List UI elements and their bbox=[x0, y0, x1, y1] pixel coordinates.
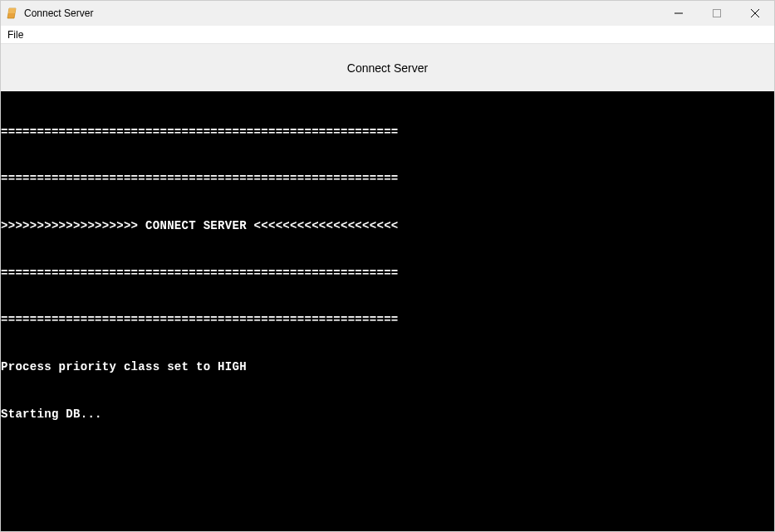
svg-rect-1 bbox=[714, 10, 721, 17]
console-line: ========================================… bbox=[1, 124, 774, 140]
app-icon bbox=[6, 7, 19, 20]
minimize-button[interactable] bbox=[660, 1, 698, 26]
console-output: ========================================… bbox=[1, 91, 774, 532]
menubar: File bbox=[1, 26, 774, 44]
menu-file[interactable]: File bbox=[2, 27, 28, 42]
console-line: Process priority class set to HIGH bbox=[1, 359, 774, 375]
window-controls bbox=[660, 1, 774, 26]
console-line: ========================================… bbox=[1, 171, 774, 187]
console-line: ========================================… bbox=[1, 266, 774, 281]
console-line: >>>>>>>>>>>>>>>>>>> CONNECT SERVER <<<<<… bbox=[1, 218, 774, 234]
window-title: Connect Server bbox=[24, 7, 660, 19]
maximize-button[interactable] bbox=[698, 1, 736, 26]
console-line: Starting DB... bbox=[1, 407, 774, 422]
close-button[interactable] bbox=[736, 1, 774, 26]
titlebar: Connect Server bbox=[1, 1, 774, 26]
header-band: Connect Server bbox=[1, 44, 774, 91]
header-label: Connect Server bbox=[347, 61, 428, 75]
console-line: ========================================… bbox=[1, 312, 774, 328]
